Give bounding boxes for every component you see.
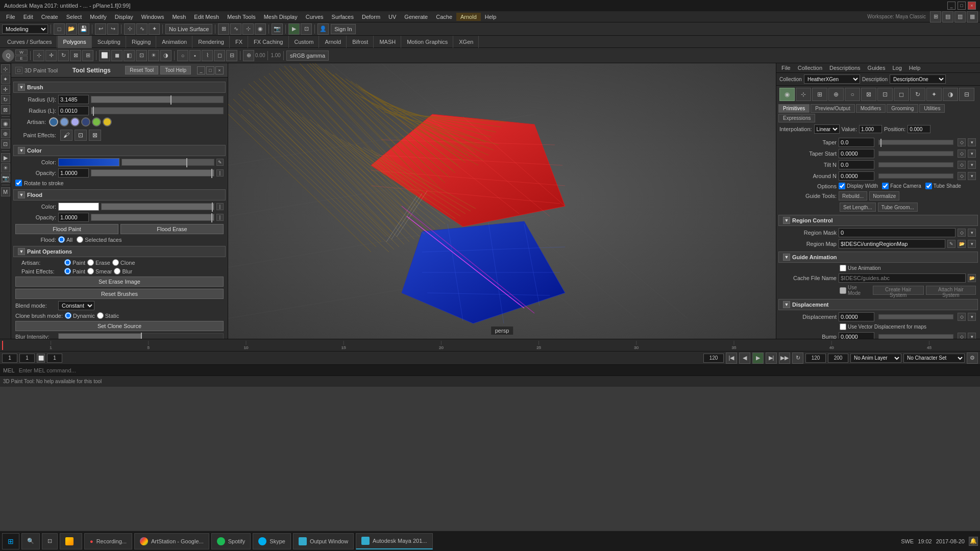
rp-icon-6[interactable]: ⊠ (861, 88, 876, 101)
bump-graph-btn[interactable]: ◇ (958, 333, 966, 339)
flood-extra-btn[interactable]: | (216, 203, 224, 210)
rotate-to-stroke-cb[interactable] (15, 180, 22, 186)
search-btn[interactable]: 🔍 (21, 533, 40, 549)
edge-btn[interactable]: ⌇ (202, 50, 213, 61)
normalize-btn[interactable]: Normalize (869, 191, 899, 201)
face-camera-cb[interactable] (882, 183, 889, 189)
rp-menu-file[interactable]: File (778, 64, 794, 71)
open-btn[interactable]: 📂 (66, 23, 77, 35)
blur-intensity-slider[interactable] (58, 333, 224, 339)
flood-all-radio[interactable] (58, 236, 65, 243)
color-swatch[interactable] (58, 158, 119, 166)
artisan-circle-5[interactable] (92, 117, 101, 127)
attach-hair-btn[interactable]: Attach Hair System (926, 286, 976, 295)
use-vector-cb[interactable] (840, 323, 846, 330)
flood-opacity-extra[interactable]: | (216, 214, 224, 221)
menu-mesh-tools[interactable]: Mesh Tools (223, 13, 259, 21)
rp-icon-9[interactable]: ↻ (910, 88, 925, 101)
opacity-input[interactable] (58, 168, 89, 178)
mel-input[interactable] (19, 367, 977, 373)
clone-dynamic-radio[interactable] (65, 312, 71, 319)
menu-edit[interactable]: Edit (19, 13, 37, 21)
interp-select[interactable]: Linear (814, 124, 840, 134)
rp-menu-descriptions[interactable]: Descriptions (826, 64, 864, 71)
displacement-header[interactable]: ▼ Displacement (778, 299, 978, 310)
displacement-input[interactable] (839, 312, 874, 321)
tool-help-btn[interactable]: Tool Help (160, 66, 191, 74)
create-hair-btn[interactable]: Create Hair System (873, 286, 924, 295)
vertex-btn[interactable]: • (189, 50, 201, 61)
preferences-btn[interactable]: ⚙ (967, 353, 978, 364)
tab-custom[interactable]: Custom (289, 36, 320, 48)
paint-fx-paint-radio[interactable] (64, 268, 71, 274)
playback-play-btn[interactable]: ▶ (752, 353, 764, 364)
clone-static-radio[interactable] (97, 312, 104, 319)
sidebar-light[interactable]: ☀ (1, 163, 10, 172)
region-map-edit-btn[interactable]: ✎ (947, 240, 955, 248)
explorer-btn[interactable] (60, 533, 82, 549)
menu-select[interactable]: Select (62, 13, 86, 21)
snap-curve-btn[interactable]: ∿ (230, 23, 241, 35)
sidebar-paint[interactable]: ✦ (1, 74, 10, 84)
menu-edit-mesh[interactable]: Edit Mesh (190, 13, 223, 21)
menu-windows[interactable]: Windows (137, 13, 168, 21)
rp-icon-7[interactable]: ⊡ (877, 88, 893, 101)
displacement-graph-btn[interactable]: ◇ (958, 313, 966, 321)
menu-create[interactable]: Create (37, 13, 62, 21)
ipr-btn[interactable]: ⊡ (301, 23, 312, 35)
taper-start-graph-btn[interactable]: ◇ (958, 149, 966, 158)
paint-icon-smear[interactable]: ⊠ (89, 130, 101, 141)
anim-key-btn[interactable]: ⬜ (37, 354, 45, 363)
around-n-graph-btn[interactable]: ◇ (958, 172, 966, 180)
rp-tab-expressions[interactable]: Expressions (778, 114, 815, 122)
artisan-circle-4[interactable] (81, 117, 90, 127)
undo-btn[interactable]: ↩ (95, 23, 106, 35)
tilt-n-input[interactable] (839, 160, 874, 169)
artisan-circle-1[interactable] (49, 117, 58, 127)
maya-btn[interactable]: Autodesk Maya 201... (356, 533, 432, 549)
taper-start-input[interactable] (839, 149, 874, 158)
radius-u-slider[interactable] (91, 96, 224, 103)
rp-menu-log[interactable]: Log (889, 64, 904, 71)
bump-extra-btn[interactable]: ▾ (968, 333, 976, 339)
rp-menu-help[interactable]: Help (906, 64, 924, 71)
rp-icon-10[interactable]: ✦ (926, 88, 942, 101)
menu-deform[interactable]: Deform (358, 13, 384, 21)
tilt-n-graph-btn[interactable]: ◇ (958, 161, 966, 169)
color-picker-btn[interactable]: ✎ (216, 159, 224, 166)
sidebar-maya-logo[interactable]: M (1, 187, 10, 196)
recording-btn[interactable]: ● Recording... (84, 533, 132, 549)
region-mask-btn2[interactable]: ▾ (968, 229, 976, 237)
rp-tab-utilities[interactable]: Utilities (919, 104, 945, 113)
rp-icon-3[interactable]: ⊞ (812, 88, 827, 101)
face-btn[interactable]: ◻ (214, 50, 225, 61)
maximize-btn[interactable]: □ (958, 2, 966, 10)
snap-grid-btn[interactable]: ⊞ (218, 23, 229, 35)
bump-slider[interactable] (878, 334, 953, 339)
texture-btn[interactable]: ⊡ (136, 50, 147, 61)
tube-groom-btn[interactable]: Tube Groom... (878, 203, 918, 212)
paint-fx-smear-radio[interactable] (87, 268, 94, 274)
collection-select[interactable]: HeatherXGen (804, 74, 860, 84)
rp-menu-guides[interactable]: Guides (865, 64, 889, 71)
tab-fx[interactable]: FX (230, 36, 248, 48)
rp-icon-8[interactable]: ◻ (894, 88, 909, 101)
sidebar-history[interactable]: ⊡ (1, 139, 10, 148)
color-section-header[interactable]: ▼ Color (13, 145, 226, 156)
shadow-btn[interactable]: ◑ (160, 50, 172, 61)
flood-color-swatch[interactable] (58, 203, 99, 211)
set-clone-btn[interactable]: Set Clone Source (15, 321, 224, 331)
flood-opacity-input[interactable] (58, 213, 89, 222)
set-erase-btn[interactable]: Set Erase Image (15, 277, 224, 287)
tube-shade-cb[interactable] (925, 183, 932, 189)
displacement-extra-btn[interactable]: ▾ (968, 313, 976, 321)
value-input[interactable] (859, 125, 882, 133)
rp-tab-primitives[interactable]: Primitives (778, 104, 810, 113)
frame-120-right[interactable] (805, 354, 826, 363)
tilt-n-extra-btn[interactable]: ▾ (968, 161, 976, 169)
frame-120-left[interactable] (703, 354, 724, 363)
artisan-circle-2[interactable] (60, 117, 69, 127)
rp-icon-12[interactable]: ⊟ (959, 88, 974, 101)
around-n-slider[interactable] (878, 173, 953, 179)
sidebar-move[interactable]: ✛ (1, 85, 10, 94)
